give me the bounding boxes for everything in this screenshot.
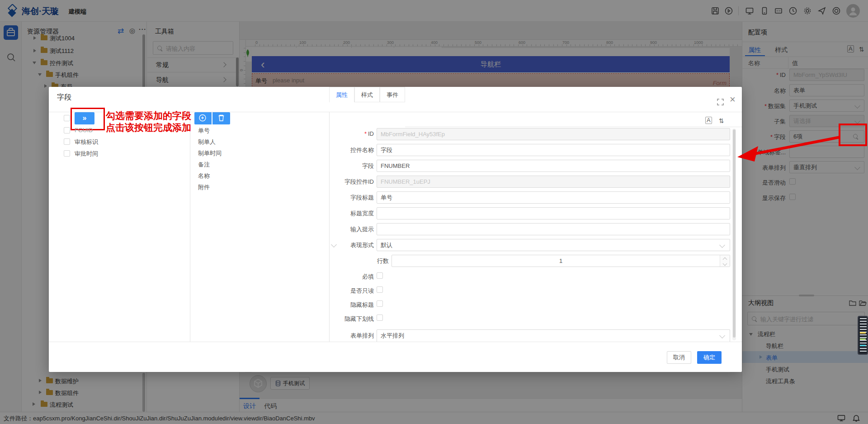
modal-tab-props[interactable]: 属性 (329, 87, 354, 102)
required-star: * (364, 130, 367, 137)
m-label-inputhint: 输入提示 (302, 225, 374, 233)
m-displayform-select[interactable]: 默认 (377, 239, 730, 251)
m-label-formlayout: 表单排列 (302, 332, 374, 340)
modal-title: 字段 (57, 93, 71, 102)
selected-field[interactable]: 单号 (198, 127, 210, 135)
transfer-select-all-checkbox[interactable] (64, 115, 70, 121)
field-checkbox[interactable] (64, 138, 70, 145)
m-label-fieldctrlid: 字段控件ID (302, 178, 374, 186)
modal-tab-style[interactable]: 样式 (354, 87, 380, 102)
field-checkbox[interactable] (64, 150, 70, 157)
number-stepper[interactable] (720, 255, 730, 267)
m-field-input[interactable]: FNUMBER (377, 160, 730, 172)
cancel-button[interactable]: 取消 (667, 351, 691, 364)
app-window: 海创·天璇 建模端 资源管理器 ⇄ ◎ ··· 测试1004 测试1112 (0, 0, 868, 424)
field-checkbox[interactable] (64, 127, 70, 133)
selected-field[interactable]: 名称 (198, 172, 210, 180)
m-hidetitle-checkbox[interactable] (377, 300, 383, 307)
m-formlayout-select[interactable]: 水平排列 (377, 329, 730, 342)
m-titlewidth-input[interactable] (377, 207, 730, 219)
source-field[interactable]: 审批时间 (75, 150, 98, 158)
modal-sort-icon[interactable]: ⇅ (719, 117, 724, 124)
annotation-line2: 点击该按钮完成添加 (106, 121, 191, 134)
m-label-readonly: 是否只读 (302, 287, 374, 295)
m-fieldctrlid-input: FNUMBER_1uEPJ (377, 176, 730, 188)
annotation-line1: 勾选需要添加的字段 (106, 110, 191, 122)
modal-font-add-icon[interactable]: A (705, 117, 712, 124)
m-readonly-checkbox[interactable] (377, 286, 383, 293)
m-id-input: MbFormField_HAy53fEp (377, 128, 730, 140)
m-hideunderline-checkbox[interactable] (377, 314, 383, 321)
annotation-arrow (735, 129, 845, 163)
m-label-rows: 行数 (316, 257, 389, 265)
selected-field[interactable]: 制单人 (198, 138, 216, 146)
stepper-down-icon[interactable] (723, 262, 727, 266)
m-inputhint-input[interactable] (377, 223, 730, 235)
add-field-button[interactable] (194, 112, 212, 124)
modal-tab-event[interactable]: 事件 (380, 87, 405, 102)
m-label-required: 必填 (302, 273, 374, 281)
m-label-titlewidth: 标题宽度 (302, 210, 374, 218)
m-label-field: 字段 (302, 162, 374, 170)
source-field[interactable]: 审核标识 (75, 138, 98, 146)
m-ctrlname-input[interactable]: 字段 (377, 144, 730, 156)
m-rows-number-input[interactable]: 1 (392, 255, 730, 267)
m-label-displayform: 表现形式 (302, 241, 374, 249)
selected-field[interactable]: 制单时间 (198, 149, 222, 157)
m-label-hidetitle: 隐藏标题 (302, 301, 374, 309)
field-modal: 字段 × » 勾选需要添加的字段 点击该按钮完成添加 FGUID 审核标识 审批… (49, 87, 742, 372)
fullscreen-icon[interactable] (717, 99, 724, 105)
source-field[interactable]: FGUID (75, 127, 93, 133)
m-label-id: *ID (302, 130, 374, 137)
color-strip-widget[interactable] (858, 316, 868, 355)
m-label-hideunderline: 隐藏下划线 (302, 315, 374, 323)
m-label-fieldtitle: 字段标题 (302, 194, 374, 202)
m-required-checkbox[interactable] (377, 272, 383, 279)
modal-close-icon[interactable]: × (730, 95, 736, 104)
ok-button[interactable]: 确定 (697, 351, 722, 364)
selected-field[interactable]: 附件 (198, 183, 210, 191)
m-label-ctrlname: 控件名称 (302, 146, 374, 154)
delete-field-button[interactable] (212, 112, 230, 124)
selected-field[interactable]: 备注 (198, 161, 210, 169)
m-fieldtitle-input[interactable]: 单号 (377, 191, 730, 204)
